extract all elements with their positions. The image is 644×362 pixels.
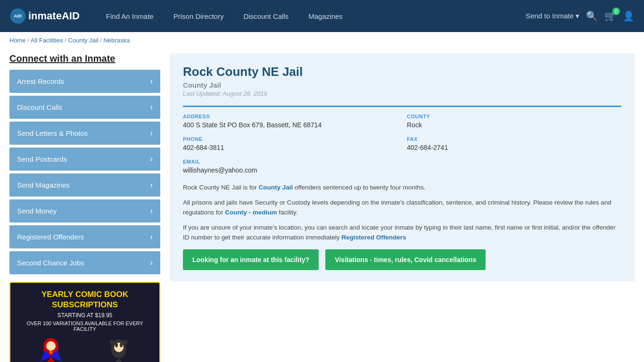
sidebar-item-registered-offenders[interactable]: Registered Offenders ›	[9, 225, 160, 248]
facility-updated: Last Updated: August 28, 2019	[183, 90, 621, 97]
batman-graphic	[106, 336, 132, 362]
fax-value: 402-684-2741	[407, 144, 621, 151]
facility-type: County Jail	[183, 81, 621, 89]
nav-prison-directory[interactable]: Prison Directory	[166, 8, 231, 24]
breadcrumb-home[interactable]: Home	[9, 37, 26, 44]
address-label: ADDRESS	[183, 114, 397, 119]
address-block: ADDRESS 400 S State St PO Box 679, Basse…	[183, 114, 397, 129]
search-icon[interactable]: 🔍	[586, 10, 598, 22]
cart-badge-count: 0	[612, 8, 620, 15]
county-label: COUNTY	[407, 114, 621, 119]
ad-heroes: S	[17, 336, 153, 362]
svg-point-12	[120, 343, 123, 347]
email-label: EMAIL	[183, 159, 397, 165]
send-to-inmate-button[interactable]: Send to Inmate ▾	[526, 12, 579, 20]
desc1-end: offenders sentenced up to twenty four mo…	[293, 184, 425, 191]
arrow-icon: ›	[150, 206, 153, 216]
main-content: Rock County NE Jail County Jail Last Upd…	[170, 53, 635, 362]
county-value: Rock	[407, 121, 621, 129]
facility-name: Rock County NE Jail	[183, 65, 621, 79]
sidebar-item-arrest-records[interactable]: Arrest Records ›	[9, 70, 160, 93]
sidebar-item-send-letters[interactable]: Send Letters & Photos ›	[9, 122, 160, 145]
nav-right: Send to Inmate ▾ 🔍 🛒 0 👤	[526, 10, 635, 22]
email-value: willishaynes@yahoo.com	[183, 166, 397, 174]
sidebar-item-send-postcards[interactable]: Send Postcards ›	[9, 148, 160, 171]
superman-graphic: S	[38, 336, 64, 362]
svg-marker-9	[111, 358, 127, 362]
phone-label: PHONE	[183, 136, 397, 142]
svg-text:S: S	[49, 349, 52, 354]
arrow-icon: ›	[150, 128, 153, 138]
facility-info-grid: ADDRESS 400 S State St PO Box 679, Basse…	[183, 106, 621, 174]
facility-card: Rock County NE Jail County Jail Last Upd…	[170, 53, 635, 281]
facility-description: Rock County NE Jail is for County Jail o…	[183, 182, 621, 243]
nav-magazines[interactable]: Magazines	[301, 8, 350, 24]
sidebar-item-send-money[interactable]: Send Money ›	[9, 199, 160, 222]
arrow-icon: ›	[150, 258, 153, 268]
phone-block: PHONE 402-684-3811	[183, 136, 397, 151]
looking-for-inmate-button[interactable]: Looking for an inmate at this facility?	[183, 249, 319, 270]
fax-block: FAX 402-684-2741	[407, 136, 621, 151]
sidebar: Connect with an Inmate Arrest Records › …	[9, 53, 160, 362]
header: AID inmateAID Find An Inmate Prison Dire…	[0, 0, 644, 32]
fax-label: FAX	[407, 136, 621, 142]
sidebar-item-discount-calls[interactable]: Discount Calls ›	[9, 96, 160, 119]
breadcrumb-nebraska[interactable]: Nebraska	[103, 37, 130, 44]
svg-text:AID: AID	[14, 13, 22, 18]
breadcrumb-all-facilities[interactable]: All Facilities	[31, 37, 63, 44]
main-layout: Connect with an Inmate Arrest Records › …	[0, 49, 644, 362]
sidebar-item-send-magazines[interactable]: Send Magazines ›	[9, 173, 160, 197]
arrow-icon: ›	[150, 232, 153, 242]
user-icon[interactable]: 👤	[623, 10, 635, 22]
breadcrumb-county-jail[interactable]: County Jail	[68, 37, 98, 44]
breadcrumb: Home / All Facilities / County Jail / Ne…	[0, 32, 644, 49]
nav-find-inmate[interactable]: Find An Inmate	[99, 8, 161, 24]
registered-offenders-link[interactable]: Registered Offenders	[341, 234, 406, 241]
phone-value: 402-684-3811	[183, 144, 397, 151]
sidebar-menu: Arrest Records › Discount Calls › Send L…	[9, 70, 160, 274]
ad-sub: STARTING AT $19.95	[17, 312, 153, 319]
county-block: COUNTY Rock	[407, 114, 621, 129]
arrow-icon: ›	[150, 180, 153, 190]
desc1-text: Rock County NE Jail is for	[183, 184, 259, 191]
svg-point-11	[115, 343, 118, 347]
sidebar-title: Connect with an Inmate	[9, 53, 160, 64]
sidebar-item-second-chance-jobs[interactable]: Second Chance Jobs ›	[9, 251, 160, 274]
arrow-icon: ›	[150, 102, 153, 112]
email-block: EMAIL willishaynes@yahoo.com	[183, 159, 397, 174]
arrow-icon: ›	[150, 154, 153, 164]
logo[interactable]: AID inmateAID	[9, 8, 80, 25]
visitations-button[interactable]: Visitations - times, rules, Covid cancel…	[325, 249, 486, 270]
address-value: 400 S State St PO Box 679, Bassett, NE 6…	[183, 121, 397, 129]
ad-banner[interactable]: YEARLY COMIC BOOK SUBSCRIPTIONS STARTING…	[9, 282, 160, 362]
main-nav: Find An Inmate Prison Directory Discount…	[99, 8, 526, 24]
nav-discount-calls[interactable]: Discount Calls	[236, 8, 296, 24]
arrow-icon: ›	[150, 76, 153, 86]
desc2-end: facility.	[277, 209, 298, 216]
ad-title: YEARLY COMIC BOOK SUBSCRIPTIONS	[17, 289, 153, 310]
logo-text: inmateAID	[28, 10, 80, 22]
county-jail-link[interactable]: County Jail	[259, 184, 293, 191]
county-medium-link[interactable]: County - medium	[225, 209, 277, 216]
cart-button[interactable]: 🛒 0	[604, 10, 616, 22]
action-buttons: Looking for an inmate at this facility? …	[183, 249, 621, 270]
ad-desc: OVER 100 VARIATIONS AVAILABLE FOR EVERY …	[17, 321, 153, 332]
